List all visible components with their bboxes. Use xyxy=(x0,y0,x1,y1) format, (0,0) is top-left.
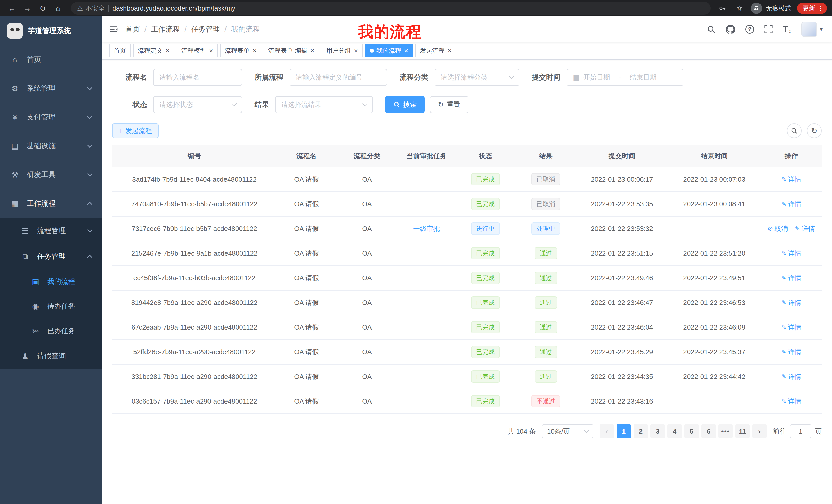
process-def-field[interactable] xyxy=(296,74,381,81)
pager-page-button[interactable]: 4 xyxy=(668,424,682,439)
tab-流程表单-编辑[interactable]: 流程表单-编辑× xyxy=(264,44,319,57)
result-cell: 通过 xyxy=(515,241,576,265)
page-size-select[interactable]: 10条/页 xyxy=(542,424,593,439)
reset-button[interactable]: ↻ 重置 xyxy=(430,96,468,113)
refresh-table-button[interactable]: ↻ xyxy=(807,123,822,138)
result-badge: 通过 xyxy=(535,297,557,309)
goto-page-input[interactable] xyxy=(790,424,811,439)
pager-page-button[interactable]: 5 xyxy=(684,424,699,439)
process-id-cell: ec45f38f-7b9a-11ec-b03b-acde48001122 xyxy=(112,265,277,290)
pager-page-button[interactable]: 3 xyxy=(650,424,665,439)
help-icon[interactable]: ? xyxy=(745,25,754,34)
sidebar-item-done-tasks[interactable]: ✄ 已办任务 xyxy=(0,318,102,343)
sidebar-item-label: 首页 xyxy=(27,55,41,64)
url-text[interactable]: dashboard.yudao.iocoder.cn/bpm/task/my xyxy=(112,5,235,12)
detail-button[interactable]: ✎详情 xyxy=(781,298,801,307)
tab-close-icon[interactable]: × xyxy=(165,47,170,54)
result-select[interactable]: 请选择流结果 xyxy=(275,96,373,113)
pager-page-button[interactable]: 6 xyxy=(701,424,716,439)
sidebar-item-leave-query[interactable]: ♟ 请假查询 xyxy=(0,343,102,369)
detail-button[interactable]: ✎详情 xyxy=(781,274,801,283)
user-menu[interactable]: ▾ xyxy=(801,22,823,37)
tab-首页[interactable]: 首页 xyxy=(109,44,131,57)
table-row: 331bc281-7b9a-11ec-a290-acde48001122OA 请… xyxy=(112,364,822,389)
pager-more-button[interactable]: ••• xyxy=(718,424,733,439)
tab-close-icon[interactable]: × xyxy=(404,47,408,54)
tab-流程定义[interactable]: 流程定义× xyxy=(133,44,174,57)
refresh-icon: ↻ xyxy=(438,101,444,109)
tab-close-icon[interactable]: × xyxy=(311,47,314,54)
submit-time-range-picker[interactable]: ▦ 开始日期 - 结束日期 xyxy=(567,69,683,86)
kebab-menu-icon[interactable]: ⋮ xyxy=(817,5,824,12)
detail-button[interactable]: ✎详情 xyxy=(781,347,801,357)
tab-流程模型[interactable]: 流程模型× xyxy=(177,44,217,57)
tab-close-icon[interactable]: × xyxy=(448,47,451,54)
tab-close-icon[interactable]: × xyxy=(354,47,358,54)
tab-发起流程[interactable]: 发起流程× xyxy=(415,44,456,57)
sidebar-item-process-management[interactable]: ☰ 流程管理 xyxy=(0,218,102,244)
sidebar-item-devtools[interactable]: ⚒ 研发工具 xyxy=(0,160,102,189)
result-cell: 通过 xyxy=(515,265,576,290)
navbar-right-controls: ? T↕ ▾ xyxy=(707,22,832,37)
sidebar-item-home[interactable]: ⌂ 首页 xyxy=(0,45,102,74)
detail-button[interactable]: ✎详情 xyxy=(781,372,801,381)
current-task-link[interactable]: 一级审批 xyxy=(413,224,440,233)
github-icon[interactable] xyxy=(726,25,735,34)
password-key-icon[interactable] xyxy=(717,3,728,14)
pagination: 共 104 条 10条/页 ‹ 123456•••11› 前往 页 xyxy=(112,424,822,439)
detail-button[interactable]: ✎详情 xyxy=(795,224,815,233)
sidebar-item-infrastructure[interactable]: ▤ 基础设施 xyxy=(0,132,102,160)
tab-close-icon[interactable]: × xyxy=(253,47,256,54)
hamburger-icon[interactable] xyxy=(102,17,126,42)
process-def-input[interactable] xyxy=(289,69,387,86)
detail-button[interactable]: ✎详情 xyxy=(781,200,801,208)
process-name-input[interactable] xyxy=(153,69,242,86)
chrome-update-button[interactable]: 更新 ⋮ xyxy=(797,3,827,14)
address-bar[interactable]: ⚠ 不安全 dashboard.yudao.iocoder.cn/bpm/tas… xyxy=(71,2,711,15)
fullscreen-icon[interactable] xyxy=(764,25,773,33)
start-process-button[interactable]: + 发起流程 xyxy=(112,123,159,138)
search-button[interactable]: 搜索 xyxy=(385,96,425,113)
process-name-field[interactable] xyxy=(159,74,236,81)
tab-用户分组[interactable]: 用户分组× xyxy=(322,44,363,57)
result-badge: 通过 xyxy=(535,346,557,358)
sidebar-item-workflow[interactable]: ▦ 工作流程 xyxy=(0,189,102,218)
detail-button[interactable]: ✎详情 xyxy=(781,175,801,184)
reset-button-label: 重置 xyxy=(447,100,460,109)
breadcrumb-separator: / xyxy=(225,25,227,33)
pager-page-button[interactable]: 11 xyxy=(735,424,750,439)
toggle-search-button[interactable] xyxy=(787,123,802,138)
browser-refresh-icon[interactable]: ↻ xyxy=(36,2,49,15)
detail-button[interactable]: ✎详情 xyxy=(781,323,801,332)
browser-home-icon[interactable]: ⌂ xyxy=(51,2,65,15)
search-icon[interactable] xyxy=(707,25,716,34)
browser-back-icon[interactable]: ← xyxy=(5,2,19,15)
sidebar-item-todo-tasks[interactable]: ◉ 待办任务 xyxy=(0,294,102,318)
font-size-icon[interactable]: T↕ xyxy=(783,25,791,34)
app-logo[interactable]: 芋道管理系统 xyxy=(0,17,102,45)
pager-prev-button[interactable]: ‹ xyxy=(600,424,614,439)
sidebar-item-my-process[interactable]: ▣ 我的流程 xyxy=(0,269,102,294)
browser-forward-icon[interactable]: → xyxy=(21,2,34,15)
breadcrumb-item[interactable]: 工作流程 xyxy=(151,24,180,34)
sidebar-item-task-management[interactable]: ⧉ 任务管理 xyxy=(0,244,102,269)
sidebar-item-payment-management[interactable]: ¥ 支付管理 xyxy=(0,103,102,132)
result-label: 结果 xyxy=(255,100,269,109)
avatar[interactable] xyxy=(801,22,817,37)
cancel-button[interactable]: ⊘取消 xyxy=(768,224,788,233)
category-select[interactable]: 请选择流程分类 xyxy=(435,69,519,86)
action-label: 详情 xyxy=(788,397,801,406)
breadcrumb-item[interactable]: 任务管理 xyxy=(191,24,220,34)
breadcrumb-item[interactable]: 首页 xyxy=(126,24,140,34)
bookmark-star-icon[interactable]: ☆ xyxy=(734,3,745,14)
pager-page-button[interactable]: 1 xyxy=(617,424,631,439)
sidebar-item-system-management[interactable]: ⚙ 系统管理 xyxy=(0,74,102,103)
pager-next-button[interactable]: › xyxy=(752,424,767,439)
detail-button[interactable]: ✎详情 xyxy=(781,397,801,406)
tab-流程表单[interactable]: 流程表单× xyxy=(220,44,261,57)
pager-page-button[interactable]: 2 xyxy=(633,424,648,439)
tab-close-icon[interactable]: × xyxy=(209,47,213,54)
detail-button[interactable]: ✎详情 xyxy=(781,249,801,258)
tab-我的流程[interactable]: 我的流程× xyxy=(365,44,413,57)
status-select[interactable]: 请选择状态 xyxy=(153,96,242,113)
